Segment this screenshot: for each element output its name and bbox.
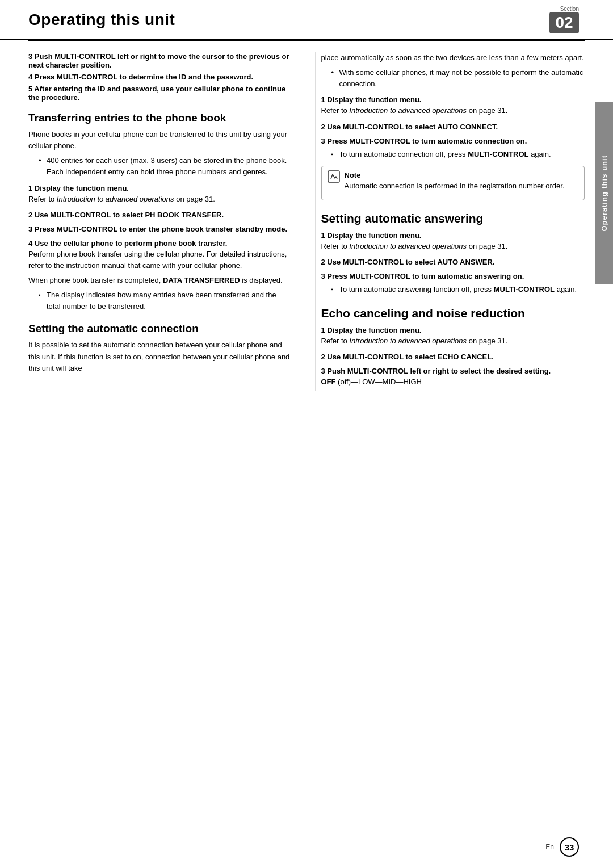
main-content: 3 Push MULTI-CONTROL left or right to mo… (0, 41, 613, 402)
transferring-heading: Transferring entries to the phone book (28, 112, 292, 124)
auto-answering-section: Setting automatic answering 1 Display th… (321, 212, 585, 295)
auto-connection-right: place automatically as soon as the two d… (321, 52, 585, 200)
page: Operating this unit Section 02 Operating… (0, 0, 613, 868)
transferring-step1-body: Refer to Introduction to advanced operat… (28, 194, 292, 205)
echo-step3-options: OFF (off)—LOW—MID—HIGH (321, 376, 585, 388)
auto-answering-square-bullet1: To turn automatic answering function off… (331, 284, 585, 295)
note-pencil-icon (328, 170, 340, 183)
echo-step2-heading: 2 Use MULTI-CONTROL to select ECHO CANCE… (321, 353, 585, 361)
transferring-step4-heading: 4 Use the cellular phone to perform phon… (28, 239, 292, 248)
section-badge: Section 02 (549, 6, 579, 33)
transferring-step3-heading: 3 Press MULTI-CONTROL to enter the phone… (28, 225, 292, 233)
auto-connection-square-bullets: To turn automatic connection off, press … (331, 149, 585, 160)
transferring-step2-heading: 2 Use MULTI-CONTROL to select PH BOOK TR… (28, 211, 292, 219)
transferring-step4-body1: Perform phone book transfer using the ce… (28, 249, 292, 271)
auto-answering-sq-prefix: To turn automatic answering function off… (339, 285, 494, 293)
echo-options-suffix: (off)—LOW—MID—HIGH (336, 378, 422, 386)
right-column: place automatically as soon as the two d… (315, 52, 585, 391)
auto-answering-step2-heading: 2 Use MULTI-CONTROL to select AUTO ANSWE… (321, 258, 585, 266)
auto-answering-step1-italic: Introduction to advanced operations (349, 242, 467, 250)
note-body: Automatic connection is performed in the… (345, 181, 579, 192)
auto-connection-heading: Setting the automatic connection (28, 322, 292, 335)
auto-connection-bullets: With some cellular phones, it may not be… (331, 67, 585, 90)
auto-connection-section: Setting the automatic connection It is p… (28, 322, 292, 374)
auto-connection-step3-heading: 3 Press MULTI-CONTROL to turn automatic … (321, 137, 585, 145)
page-title: Operating this unit (28, 11, 175, 29)
echo-step1-italic: Introduction to advanced operations (349, 337, 467, 345)
echo-step3-heading: 3 Push MULTI-CONTROL left or right to se… (321, 367, 585, 375)
transferring-body2-suffix: is displayed. (240, 276, 283, 284)
transferring-square-bullets: The display indicates how many entries h… (39, 290, 292, 312)
auto-answering-heading: Setting automatic answering (321, 212, 585, 225)
page-footer: En 33 (0, 837, 613, 857)
section-number: 02 (549, 12, 579, 33)
auto-connection-sq-suffix: again. (529, 150, 551, 158)
section-label: Section (560, 6, 579, 12)
transferring-bullets: 400 entries for each user (max. 3 users)… (39, 155, 292, 178)
vertical-tab: Operating this unit (595, 102, 613, 284)
transferring-step4-body2: When phone book transfer is completed, D… (28, 275, 292, 286)
auto-connection-body1: It is possible to set the automatic conn… (28, 339, 292, 374)
note-box: Note Automatic connection is performed i… (321, 166, 585, 200)
auto-answering-sq-bold: MULTI-CONTROL (494, 285, 555, 293)
intro-step5: 5 After entering the ID and password, us… (28, 85, 292, 102)
auto-answering-step3-heading: 3 Press MULTI-CONTROL to turn automatic … (321, 272, 585, 280)
auto-answering-step1-body: Refer to Introduction to advanced operat… (321, 241, 585, 252)
transferring-body2-bold: DATA TRANSFERRED (163, 276, 240, 284)
footer-page-number: 33 (560, 837, 579, 857)
note-icon (328, 170, 340, 186)
auto-answering-square-bullets: To turn automatic answering function off… (331, 284, 585, 295)
transferring-step1-italic: Introduction to advanced operations (57, 195, 174, 203)
auto-connection-sq-prefix: To turn automatic connection off, press (339, 150, 468, 158)
auto-answering-sq-suffix: again. (555, 285, 577, 293)
transferring-section: Transferring entries to the phone book P… (28, 112, 292, 312)
auto-connection-bullet1: With some cellular phones, it may not be… (331, 67, 585, 90)
auto-connection-square-bullet1: To turn automatic connection off, press … (331, 149, 585, 160)
echo-options-prefix: OFF (321, 378, 336, 386)
note-label: Note (345, 171, 579, 179)
transferring-bullet1: 400 entries for each user (max. 3 users)… (39, 155, 292, 178)
transferring-step1-heading: 1 Display the function menu. (28, 184, 292, 192)
intro-step4: 4 Press MULTI-CONTROL to determine the I… (28, 73, 292, 81)
transferring-square-bullet1: The display indicates how many entries h… (39, 290, 292, 312)
note-content: Note Automatic connection is performed i… (345, 171, 579, 195)
left-column: 3 Push MULTI-CONTROL left or right to mo… (28, 52, 298, 391)
intro-steps: 3 Push MULTI-CONTROL left or right to mo… (28, 52, 292, 102)
vertical-tab-text: Operating this unit (600, 155, 608, 232)
transferring-body2-prefix: When phone book transfer is completed, (28, 276, 163, 284)
echo-canceling-heading: Echo canceling and noise reduction (321, 307, 585, 320)
echo-step1-heading: 1 Display the function menu. (321, 326, 585, 334)
transferring-body1: Phone books in your cellular phone can b… (28, 129, 292, 152)
auto-connection-step2-heading: 2 Use MULTI-CONTROL to select AUTO CONNE… (321, 123, 585, 131)
auto-connection-body-right: place automatically as soon as the two d… (321, 52, 585, 64)
echo-step1-body: Refer to Introduction to advanced operat… (321, 336, 585, 347)
footer-en-label: En (545, 843, 554, 851)
echo-canceling-section: Echo canceling and noise reduction 1 Dis… (321, 307, 585, 388)
auto-connection-sq-bold: MULTI-CONTROL (468, 150, 528, 158)
auto-answering-step1-heading: 1 Display the function menu. (321, 231, 585, 240)
auto-connection-step1-italic: Introduction to advanced operations (349, 106, 467, 115)
page-header: Operating this unit Section 02 (0, 0, 613, 40)
auto-connection-step1-heading: 1 Display the function menu. (321, 95, 585, 104)
intro-step3: 3 Push MULTI-CONTROL left or right to mo… (28, 52, 292, 69)
auto-connection-step1-body: Refer to Introduction to advanced operat… (321, 105, 585, 116)
